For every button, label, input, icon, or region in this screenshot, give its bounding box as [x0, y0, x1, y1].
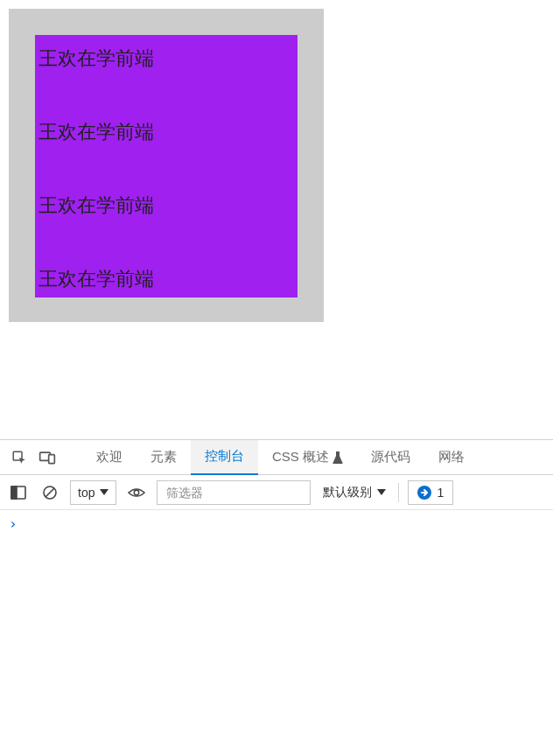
device-toggle-icon[interactable] — [33, 444, 61, 472]
info-icon — [417, 486, 431, 500]
tab-welcome[interactable]: 欢迎 — [82, 440, 136, 475]
page-content: 王欢在学前端 王欢在学前端 王欢在学前端 王欢在学前端 王欢在学前端 — [0, 0, 553, 439]
tab-css-overview[interactable]: CSS 概述 — [258, 440, 357, 475]
levels-label: 默认级别 — [323, 485, 372, 500]
outer-container: 王欢在学前端 王欢在学前端 王欢在学前端 王欢在学前端 王欢在学前端 — [9, 9, 324, 322]
tab-elements[interactable]: 元素 — [136, 440, 191, 475]
inspect-icon[interactable] — [5, 444, 33, 472]
live-expression-icon[interactable] — [125, 481, 148, 504]
list-item: 王欢在学前端 — [35, 256, 298, 298]
list-item: 王欢在学前端 — [35, 35, 298, 108]
beaker-icon — [332, 452, 343, 464]
devtools-panel: 欢迎 元素 控制台 CSS 概述 源代码 网络 top — [0, 439, 553, 756]
toggle-sidebar-icon[interactable] — [7, 481, 30, 504]
svg-line-6 — [46, 488, 54, 497]
context-label: top — [78, 486, 94, 500]
console-body[interactable]: › — [0, 510, 553, 756]
scrollable-box[interactable]: 王欢在学前端 王欢在学前端 王欢在学前端 王欢在学前端 王欢在学前端 — [35, 35, 298, 298]
execution-context-selector[interactable]: top — [70, 480, 116, 505]
chevron-down-icon — [100, 489, 108, 495]
tab-network[interactable]: 网络 — [424, 440, 479, 475]
divider — [398, 483, 399, 502]
svg-point-7 — [135, 490, 139, 494]
tab-console[interactable]: 控制台 — [191, 440, 258, 475]
list-item: 王欢在学前端 — [35, 182, 298, 256]
chevron-down-icon — [377, 489, 386, 495]
svg-rect-2 — [49, 454, 55, 463]
tab-label: CSS 概述 — [272, 449, 329, 466]
content-list: 王欢在学前端 王欢在学前端 王欢在学前端 王欢在学前端 王欢在学前端 — [35, 35, 298, 298]
list-item: 王欢在学前端 — [35, 108, 298, 182]
issues-count: 1 — [437, 486, 444, 500]
log-levels-selector[interactable]: 默认级别 — [319, 485, 389, 500]
svg-rect-4 — [11, 486, 17, 499]
devtools-tabbar: 欢迎 元素 控制台 CSS 概述 源代码 网络 — [0, 440, 553, 475]
console-toolbar: top 默认级别 1 — [0, 475, 553, 510]
filter-input[interactable] — [157, 480, 311, 505]
console-prompt: › — [9, 515, 18, 532]
issues-button[interactable]: 1 — [408, 480, 453, 505]
clear-console-icon[interactable] — [38, 481, 61, 504]
tab-sources[interactable]: 源代码 — [357, 440, 424, 475]
